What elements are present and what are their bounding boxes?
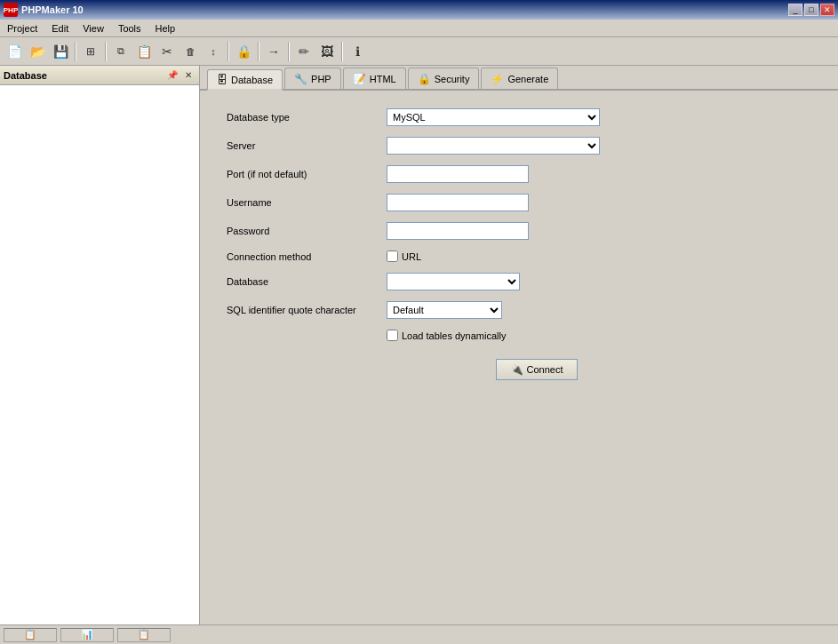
- connection-method-row: Connection method URL: [227, 250, 811, 262]
- database-type-label: Database type: [227, 112, 387, 123]
- toolbar-info[interactable]: ℹ: [347, 41, 368, 62]
- tab-security[interactable]: 🔒 Security: [408, 68, 480, 89]
- username-label: Username: [227, 197, 387, 208]
- security-tab-icon: 🔒: [418, 73, 431, 85]
- toolbar-paste[interactable]: 📋: [133, 41, 155, 62]
- load-tables-row: Load tables dynamically: [387, 330, 811, 341]
- tab-php[interactable]: 🔧 PHP: [284, 68, 341, 89]
- toolbar-sep-4: [258, 42, 259, 61]
- toolbar-sort[interactable]: ↕: [203, 41, 224, 62]
- left-panel-header: Database 📌 ✕: [0, 66, 199, 85]
- content-area: Database type MySQL PostgreSQL SQLite MS…: [200, 91, 838, 624]
- connect-button[interactable]: 🔌 Connect: [496, 359, 579, 380]
- username-row: Username: [227, 194, 811, 211]
- security-tab-label: Security: [435, 74, 470, 84]
- tab-generate[interactable]: ⚡ Generate: [481, 68, 558, 89]
- load-tables-checkbox[interactable]: [387, 330, 398, 341]
- close-button[interactable]: ✕: [820, 4, 834, 16]
- database-select[interactable]: [387, 273, 520, 290]
- main-layout: Database 📌 ✕ 🗄 Database 🔧 PHP 📝 HTML: [0, 66, 838, 624]
- load-tables-label: Load tables dynamically: [402, 330, 506, 341]
- toolbar-sep-3: [227, 42, 229, 61]
- port-label: Port (if not default): [227, 169, 387, 179]
- password-input[interactable]: [387, 222, 529, 240]
- php-tab-icon: 🔧: [294, 73, 307, 85]
- app-icon: PHP: [4, 3, 18, 17]
- connect-row: 🔌 Connect: [262, 359, 811, 380]
- toolbar-delete[interactable]: 🗑: [180, 41, 201, 62]
- tab-bar: 🗄 Database 🔧 PHP 📝 HTML 🔒 Security ⚡ Gen…: [200, 66, 838, 91]
- toolbar-sep-1: [75, 42, 76, 61]
- connect-label: Connect: [527, 364, 563, 375]
- menu-tools[interactable]: Tools: [111, 21, 148, 36]
- database-tab-icon: 🗄: [217, 74, 227, 86]
- title-bar: PHP PHPMaker 10 _ □ ✕: [0, 0, 838, 20]
- database-tab-label: Database: [231, 75, 273, 85]
- toolbar-new[interactable]: 📄: [4, 41, 25, 62]
- url-checkbox-label: URL: [402, 251, 421, 262]
- generate-tab-icon: ⚡: [491, 73, 504, 85]
- generate-tab-label: Generate: [507, 74, 548, 84]
- server-input[interactable]: [387, 137, 600, 155]
- toolbar-edit-icon[interactable]: ✏: [293, 41, 315, 62]
- menu-view[interactable]: View: [76, 21, 111, 36]
- status-bar: 📋 📊 📋: [0, 624, 838, 644]
- toolbar-arrow[interactable]: →: [263, 41, 284, 62]
- panel-pin-button[interactable]: 📌: [165, 68, 180, 83]
- toolbar-sep-2: [105, 42, 107, 61]
- menu-edit[interactable]: Edit: [44, 21, 76, 36]
- toolbar: 📄 📂 💾 ⊞ ⧉ 📋 ✂ 🗑 ↕ 🔒 → ✏ 🖼 ℹ: [0, 37, 838, 66]
- left-panel-content: [0, 85, 199, 624]
- database-row: Database: [227, 273, 811, 290]
- toolbar-lock[interactable]: 🔒: [233, 41, 254, 62]
- status-icon-2: 📊: [60, 628, 114, 642]
- status-icon-1: 📋: [4, 628, 57, 642]
- toolbar-sep-6: [341, 42, 343, 61]
- tab-database[interactable]: 🗄 Database: [207, 69, 283, 91]
- server-row: Server: [227, 137, 811, 155]
- panel-close-button[interactable]: ✕: [181, 68, 196, 83]
- url-checkbox[interactable]: [387, 250, 398, 262]
- port-input[interactable]: [387, 165, 529, 183]
- title-text: PHPMaker 10: [21, 4, 84, 15]
- connect-icon: 🔌: [511, 364, 523, 376]
- left-panel: Database 📌 ✕: [0, 66, 200, 624]
- connection-method-control: URL: [387, 250, 421, 262]
- right-content: 🗄 Database 🔧 PHP 📝 HTML 🔒 Security ⚡ Gen…: [200, 66, 838, 624]
- port-row: Port (if not default): [227, 165, 811, 183]
- toolbar-save[interactable]: 💾: [50, 41, 71, 62]
- server-label: Server: [227, 140, 387, 151]
- maximize-button[interactable]: □: [804, 4, 818, 16]
- left-panel-icons: 📌 ✕: [165, 68, 196, 83]
- database-type-select[interactable]: MySQL PostgreSQL SQLite MSSQL: [387, 108, 600, 126]
- database-type-row: Database type MySQL PostgreSQL SQLite MS…: [227, 108, 811, 126]
- title-bar-buttons: _ □ ✕: [788, 4, 834, 16]
- status-icon-3: 📋: [117, 628, 171, 642]
- tab-html[interactable]: 📝 HTML: [343, 68, 406, 89]
- menu-help[interactable]: Help: [148, 21, 183, 36]
- password-label: Password: [227, 226, 387, 236]
- sql-quote-row: SQL identifier quote character Default B…: [227, 301, 811, 319]
- connection-method-label: Connection method: [227, 251, 387, 262]
- password-row: Password: [227, 222, 811, 240]
- html-tab-icon: 📝: [353, 73, 366, 85]
- minimize-button[interactable]: _: [788, 4, 802, 16]
- title-bar-left: PHP PHPMaker 10: [4, 3, 84, 17]
- toolbar-sep-5: [288, 42, 290, 61]
- html-tab-label: HTML: [370, 74, 396, 84]
- toolbar-image[interactable]: 🖼: [316, 41, 338, 62]
- toolbar-copy2[interactable]: ⧉: [110, 41, 132, 62]
- sql-quote-label: SQL identifier quote character: [227, 305, 387, 315]
- username-input[interactable]: [387, 194, 529, 211]
- menu-bar: Project Edit View Tools Help: [0, 20, 838, 37]
- toolbar-open[interactable]: 📂: [27, 41, 48, 62]
- php-tab-label: PHP: [311, 74, 331, 84]
- menu-project[interactable]: Project: [0, 21, 44, 36]
- sql-quote-select[interactable]: Default Backtick Double quote None: [387, 301, 502, 319]
- toolbar-grid[interactable]: ⊞: [80, 41, 101, 62]
- left-panel-title: Database: [4, 70, 47, 81]
- database-label: Database: [227, 276, 387, 287]
- toolbar-cut[interactable]: ✂: [156, 41, 178, 62]
